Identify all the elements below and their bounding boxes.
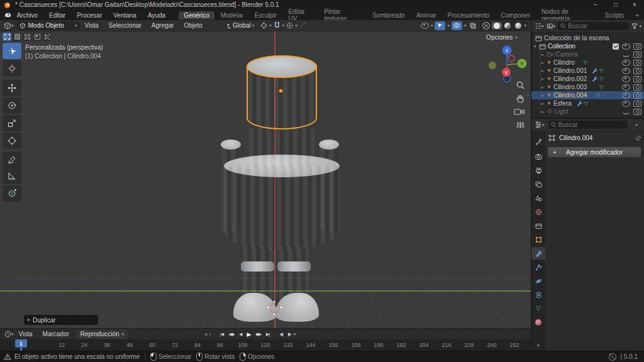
chevron-down-icon[interactable]: ▾	[447, 23, 450, 28]
expand-icon[interactable]: ▸	[541, 85, 547, 90]
outliner-row-collection[interactable]: ▾ Collection	[531, 42, 644, 50]
render-camera-icon[interactable]	[633, 109, 641, 115]
tab-modifiers-active[interactable]	[531, 247, 545, 260]
tab-sombreado[interactable]: Sombreado	[367, 11, 410, 19]
tab-tool[interactable]	[531, 135, 545, 148]
visibility-eye-icon[interactable]	[622, 76, 630, 82]
add-workspace-button[interactable]: +	[630, 11, 644, 19]
timeline-menu-marcador[interactable]: Marcador	[38, 331, 74, 337]
jump-to-start-button[interactable]: |◀	[218, 332, 226, 337]
outliner-display-icon[interactable]	[535, 23, 541, 30]
outliner-item-label[interactable]: Camera	[555, 51, 578, 58]
menu-agregar[interactable]: Agregar	[147, 22, 179, 29]
torso[interactable]	[224, 166, 340, 250]
proportional-editing-icon[interactable]	[286, 22, 293, 29]
jump-to-end-button[interactable]: ▶|	[264, 332, 272, 337]
menu-objeto[interactable]: Objeto	[179, 22, 207, 29]
visibility-eye-icon[interactable]	[622, 92, 630, 99]
timeline-editor-icon[interactable]	[4, 331, 11, 337]
frame-back-button[interactable]: ◀|	[277, 332, 285, 337]
timeline-menu-vista[interactable]: Vista	[14, 331, 38, 337]
tab-object-data[interactable]: ▽	[531, 302, 545, 315]
outliner-row-light[interactable]: ▸ Light	[531, 107, 644, 116]
outliner-row-cilindro-003[interactable]: ▸ ▼ Cilindro.003 ▽	[531, 83, 644, 91]
tab-constraints[interactable]	[531, 288, 545, 301]
tab-scripts[interactable]: Scripts	[600, 11, 630, 19]
show-overlays-toggle[interactable]	[452, 21, 462, 30]
tool-add-primitive[interactable]	[3, 185, 21, 202]
chevron-down-icon[interactable]: ▾	[295, 23, 297, 28]
panel-splitter[interactable]	[531, 118, 644, 119]
tab-object[interactable]	[531, 233, 545, 246]
visibility-eye-closed-icon[interactable]	[622, 109, 630, 114]
expand-icon[interactable]: ▸	[541, 52, 547, 57]
render-camera-icon[interactable]	[633, 92, 641, 99]
shading-rendered-button[interactable]	[513, 22, 523, 30]
render-camera-icon[interactable]	[633, 84, 641, 90]
play-button[interactable]: ▶	[244, 331, 253, 337]
playback-menu[interactable]: Reproducción ▾	[77, 330, 128, 339]
tab-physics[interactable]	[531, 275, 545, 287]
outliner-row-scene-collection[interactable]: Colección de la escena	[531, 34, 644, 42]
tool-rotate[interactable]	[3, 97, 21, 114]
tab-procesamiento[interactable]: Procesamiento	[443, 11, 495, 19]
tool-select-box[interactable]	[3, 43, 21, 59]
camera-view-icon[interactable]	[514, 107, 525, 116]
expand-icon[interactable]: ▸	[541, 77, 547, 82]
chevron-down-icon[interactable]: ▾	[553, 24, 556, 28]
chevron-down-icon[interactable]: ▾	[209, 332, 212, 336]
menu-editar[interactable]: Editar	[43, 12, 71, 19]
tab-view-layer[interactable]	[531, 178, 545, 190]
record-icon[interactable]: ●	[204, 331, 208, 337]
outliner-row-camera[interactable]: ▸ Camera	[531, 50, 644, 58]
properties-editor-icon[interactable]	[535, 121, 542, 128]
tab-animar[interactable]: Animar	[411, 11, 441, 19]
chevron-down-icon[interactable]: ▾	[639, 24, 641, 28]
visibility-eye-icon[interactable]	[622, 60, 630, 66]
neck-cylinder[interactable]	[249, 128, 314, 167]
ortho-grid-icon[interactable]	[516, 120, 525, 129]
render-camera-icon[interactable]	[633, 60, 641, 66]
menu-procesar[interactable]: Procesar	[71, 12, 108, 19]
chevron-down-icon[interactable]: ▾	[542, 123, 545, 127]
tool-cursor[interactable]	[3, 60, 21, 77]
properties-search-input[interactable]: Buscar	[548, 121, 628, 129]
outliner-item-label[interactable]: Collection	[548, 43, 575, 50]
outliner-item-label[interactable]: Cilindro	[553, 59, 575, 66]
tab-generico[interactable]: Genérico	[179, 11, 214, 19]
snap-target-icon[interactable]	[260, 22, 267, 29]
expand-icon[interactable]: ▸	[541, 93, 547, 98]
show-gizmo-toggle[interactable]	[435, 21, 445, 30]
tool-scale[interactable]	[3, 115, 21, 131]
add-modifier-button[interactable]: + Agregar modificador	[548, 147, 641, 157]
chevron-down-icon[interactable]: ▾	[431, 23, 433, 28]
select-mode-extend[interactable]	[13, 33, 21, 41]
editor-type-icon[interactable]	[4, 22, 11, 30]
tab-collection-props[interactable]	[531, 219, 545, 232]
operator-panel[interactable]: ▸ Duplicar	[24, 315, 98, 325]
outliner-item-label[interactable]: Cilindro.003	[553, 84, 587, 90]
outliner-row-cilindro-001[interactable]: ▸ ▼ Cilindro.001 ▽	[531, 67, 644, 75]
tool-annotate[interactable]	[3, 151, 21, 168]
show-hide-eye-icon[interactable]	[421, 23, 429, 29]
outliner-item-label[interactable]: Cilindro.002	[553, 75, 587, 82]
chevron-down-icon[interactable]: ▾	[541, 24, 544, 28]
render-camera-icon[interactable]	[633, 101, 641, 107]
sidebar-collapse-icon[interactable]: ‹	[527, 92, 529, 98]
chevron-down-icon[interactable]: ▾	[464, 23, 467, 28]
network-offline-icon[interactable]	[609, 353, 616, 361]
outliner-item-label[interactable]: Colección de la escena	[544, 35, 609, 41]
options-dropdown[interactable]: Opciones ▾	[476, 33, 528, 42]
expand-icon[interactable]: ▸	[541, 60, 547, 65]
outliner-row-cilindro[interactable]: ▸ ▼ Cilindro ▽	[531, 58, 644, 67]
menu-vista[interactable]: Vista	[80, 22, 104, 29]
snap-magnet-icon[interactable]	[274, 22, 280, 29]
outliner-search-input[interactable]: Buscar	[558, 22, 629, 30]
blender-menu-icon[interactable]	[4, 12, 11, 18]
visibility-eye-closed-icon[interactable]	[622, 52, 630, 57]
tab-esculpir[interactable]: Esculpir	[250, 11, 282, 19]
shading-material-button[interactable]	[502, 22, 513, 30]
menu-seleccionar[interactable]: Seleccionar	[104, 22, 147, 29]
menu-ventana[interactable]: Ventana	[108, 12, 142, 19]
tab-scene[interactable]	[531, 192, 545, 204]
